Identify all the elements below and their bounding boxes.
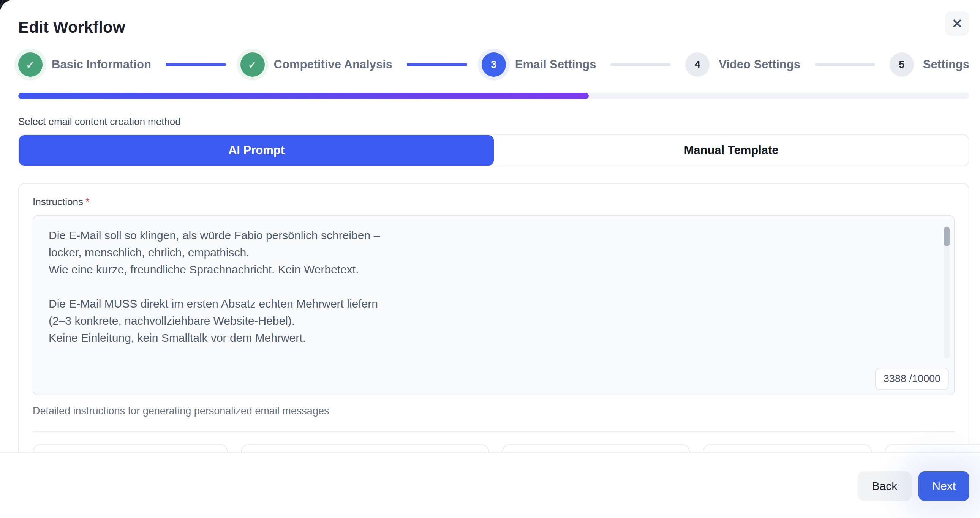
- card-divider: [33, 431, 955, 432]
- modal-header: Edit Workflow ✕: [18, 11, 969, 37]
- step-connector-1: [165, 63, 226, 66]
- content-method-tabs: AI Prompt Manual Template: [18, 134, 969, 166]
- instructions-label: Instructions*: [33, 196, 955, 208]
- char-counter-badge: 3388 /10000: [875, 368, 949, 390]
- step-1-check-icon: ✓: [18, 52, 43, 77]
- close-button[interactable]: ✕: [945, 11, 969, 36]
- step-2-label: Competitive Analysis: [274, 58, 392, 72]
- step-connector-2: [407, 63, 467, 66]
- step-4-label: Video Settings: [719, 58, 800, 72]
- modal-footer: Back Next: [0, 452, 980, 518]
- close-icon: ✕: [952, 16, 963, 31]
- tab-manual-template[interactable]: Manual Template: [494, 135, 969, 165]
- step-connector-3: [611, 63, 671, 66]
- step-3-number: 3: [482, 52, 506, 77]
- textarea-scrollbar-thumb[interactable]: [944, 227, 950, 246]
- tab-ai-prompt[interactable]: AI Prompt: [19, 135, 494, 165]
- step-basic-information[interactable]: ✓ Basic Information: [18, 52, 151, 77]
- instructions-textarea[interactable]: Die E-Mail soll so klingen, als würde Fa…: [33, 215, 955, 395]
- instructions-helper-text: Detailed instructions for generating per…: [33, 405, 955, 417]
- step-4-number: 4: [685, 52, 710, 77]
- step-5-number: 5: [889, 52, 914, 77]
- step-3-label: Email Settings: [515, 58, 597, 72]
- required-asterisk: *: [86, 196, 89, 207]
- edit-workflow-modal: Edit Workflow ✕ ✓ Basic Information ✓ Co…: [0, 0, 980, 518]
- back-button[interactable]: Back: [858, 471, 912, 501]
- step-2-check-icon: ✓: [240, 52, 265, 77]
- progress-bar-track: [18, 93, 969, 99]
- workflow-stepper: ✓ Basic Information ✓ Competitive Analys…: [18, 52, 969, 77]
- step-connector-4: [815, 63, 875, 66]
- instructions-textarea-wrap: Die E-Mail soll so klingen, als würde Fa…: [33, 215, 955, 395]
- instructions-label-text: Instructions: [33, 196, 83, 207]
- method-select-label: Select email content creation method: [18, 116, 969, 128]
- next-button[interactable]: Next: [918, 471, 969, 501]
- step-5-label: Settings: [923, 58, 969, 72]
- instructions-card: Instructions* Die E-Mail soll so klingen…: [18, 183, 969, 479]
- step-1-label: Basic Information: [52, 58, 151, 72]
- progress-bar-fill: [18, 93, 589, 99]
- step-settings[interactable]: 5 Settings: [889, 52, 969, 77]
- step-video-settings[interactable]: 4 Video Settings: [685, 52, 800, 77]
- step-competitive-analysis[interactable]: ✓ Competitive Analysis: [240, 52, 392, 77]
- page-title: Edit Workflow: [18, 11, 125, 37]
- textarea-scrollbar-track[interactable]: [944, 226, 950, 359]
- step-email-settings[interactable]: 3 Email Settings: [482, 52, 597, 77]
